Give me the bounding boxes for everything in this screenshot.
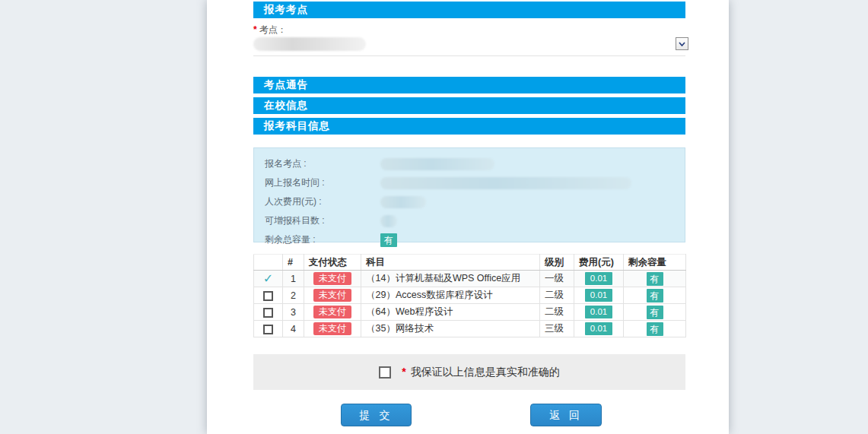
subject-level: 二级 (540, 304, 574, 321)
info-value-redacted (380, 158, 494, 170)
row-select-cell[interactable] (254, 287, 283, 304)
row-select-cell[interactable] (254, 304, 283, 321)
section-title: 报考科目信息 (264, 120, 330, 131)
col-capacity: 剩余容量 (624, 255, 686, 271)
row-select-cell[interactable] (254, 321, 283, 337)
fee-badge: 0.01 (585, 306, 612, 318)
fee-cell: 0.01 (574, 287, 624, 304)
exam-site-select[interactable] (253, 37, 685, 56)
info-label: 网上报名时间 : (265, 176, 380, 189)
subject-name: （29）Access数据库程序设计 (361, 287, 540, 304)
info-row-site: 报名考点 : (265, 154, 685, 173)
row-index: 3 (283, 304, 304, 321)
fee-badge: 0.01 (585, 272, 612, 285)
capacity-cell: 有 (624, 271, 686, 287)
row-checkbox[interactable] (263, 308, 273, 318)
row-index: 1 (283, 271, 304, 287)
subject-level: 一级 (540, 271, 574, 287)
row-index: 4 (283, 321, 304, 337)
capacity-cell: 有 (624, 321, 686, 337)
subject-name: （14）计算机基础及WPS Office应用 (361, 271, 540, 287)
row-checkbox[interactable] (263, 291, 273, 301)
section-header-school-info: 在校信息 (253, 97, 685, 114)
info-row-capacity: 剩余总容量 : 有 (265, 230, 685, 249)
capacity-cell: 有 (624, 304, 686, 321)
exam-site-value-redacted (253, 37, 366, 51)
subject-level: 三级 (540, 321, 574, 337)
fee-cell: 0.01 (574, 271, 624, 287)
back-button[interactable]: 返 回 (530, 404, 602, 426)
chevron-down-icon[interactable] (676, 37, 688, 50)
info-value-redacted (380, 215, 397, 227)
capacity-cell: 有 (624, 287, 686, 304)
subject-name: （35）网络技术 (361, 321, 540, 337)
info-value-redacted (380, 177, 631, 189)
section-header-subject-info: 报考科目信息 (253, 118, 685, 135)
section-header-exam-site: 报考考点 (253, 2, 685, 18)
table-row: ✓ 1 未支付 （14）计算机基础及WPS Office应用 一级 0.01 有 (254, 271, 686, 287)
info-value-redacted (380, 196, 426, 208)
info-label: 报名考点 : (265, 157, 380, 170)
capacity-badge: 有 (647, 322, 663, 336)
fee-badge: 0.01 (585, 322, 612, 335)
pay-status-cell: 未支付 (304, 321, 361, 337)
confirmation-bar: *我保证以上信息是真实和准确的 (253, 354, 685, 390)
info-label: 剩余总容量 : (265, 233, 380, 246)
pay-status-cell: 未支付 (304, 287, 361, 304)
capacity-badge: 有 (647, 272, 663, 286)
subjects-table: # 支付状态 科目 级别 费用(元) 剩余容量 ✓ 1 未支付 （14）计算机基… (253, 254, 686, 337)
registration-info-panel: 报名考点 : 网上报名时间 : 人次费用(元) : 可增报科目数 : 剩余总容量… (253, 147, 685, 242)
table-header-row: # 支付状态 科目 级别 费用(元) 剩余容量 (254, 255, 686, 271)
info-row-time: 网上报名时间 : (265, 173, 685, 192)
info-row-addable-subjects: 可增报科目数 : (265, 211, 685, 230)
col-subject: 科目 (361, 255, 540, 271)
row-checkbox[interactable] (263, 325, 273, 334)
pay-status-badge: 未支付 (313, 272, 351, 285)
info-label: 人次费用(元) : (265, 195, 380, 208)
capacity-badge: 有 (380, 233, 397, 247)
section-header-site-notice: 考点通告 (253, 77, 685, 93)
row-index: 2 (283, 287, 304, 304)
col-index: # (283, 255, 304, 271)
fee-cell: 0.01 (574, 304, 624, 321)
required-asterisk: * (253, 24, 257, 35)
submit-button[interactable]: 提 交 (341, 404, 412, 426)
registration-form-card: 报考考点 *考点： 考点通告 在校信息 报考科目信息 报名考点 : 网上 (207, 0, 729, 434)
confirm-checkbox[interactable] (379, 366, 391, 379)
pay-status-badge: 未支付 (313, 306, 351, 318)
required-asterisk: * (402, 366, 405, 378)
check-icon: ✓ (263, 272, 273, 285)
fee-badge: 0.01 (585, 289, 612, 302)
pay-status-cell: 未支付 (304, 271, 361, 287)
col-fee: 费用(元) (574, 255, 624, 271)
section-title: 在校信息 (264, 100, 308, 111)
col-level: 级别 (540, 255, 574, 271)
confirm-label: *我保证以上信息是真实和准确的 (402, 366, 559, 379)
table-row: 2 未支付 （29）Access数据库程序设计 二级 0.01 有 (254, 287, 686, 304)
table-row: 4 未支付 （35）网络技术 三级 0.01 有 (254, 321, 686, 337)
pay-status-badge: 未支付 (313, 322, 351, 335)
capacity-badge: 有 (647, 306, 663, 319)
row-select-cell[interactable]: ✓ (254, 271, 283, 287)
action-buttons: 提 交 返 回 (253, 404, 685, 428)
fee-cell: 0.01 (574, 321, 624, 337)
pay-status-cell: 未支付 (304, 304, 361, 321)
subject-level: 二级 (540, 287, 574, 304)
exam-site-field-label: *考点： (253, 24, 685, 36)
info-label: 可增报科目数 : (265, 214, 380, 227)
col-pay-status: 支付状态 (304, 255, 361, 271)
info-row-fee: 人次费用(元) : (265, 192, 685, 211)
section-title: 报考考点 (264, 4, 308, 15)
table-row: 3 未支付 （64）Web程序设计 二级 0.01 有 (254, 304, 686, 321)
capacity-badge: 有 (647, 289, 663, 303)
section-title: 考点通告 (264, 79, 308, 90)
subject-name: （64）Web程序设计 (361, 304, 540, 321)
col-select (254, 255, 283, 271)
pay-status-badge: 未支付 (313, 289, 351, 302)
